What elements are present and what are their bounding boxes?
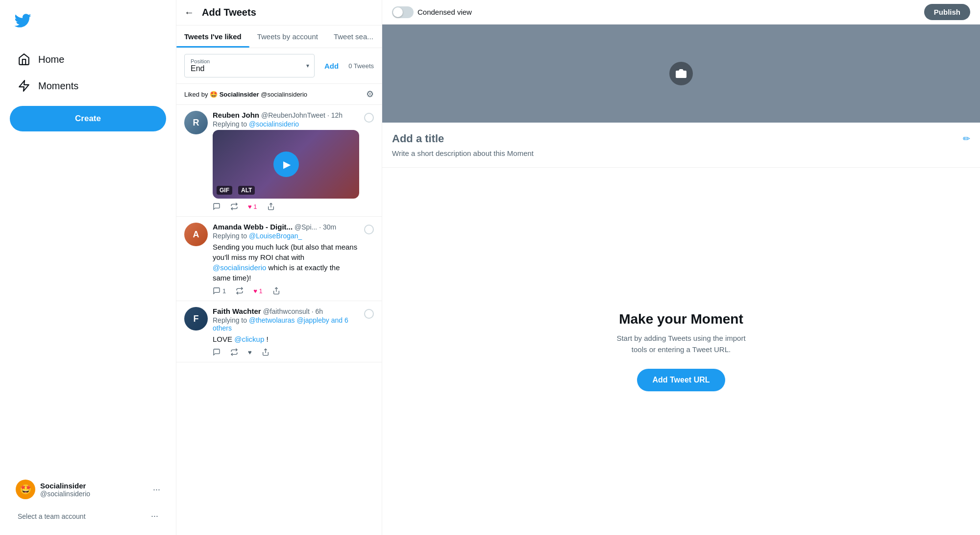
- camera-icon[interactable]: [669, 62, 693, 85]
- user-names: Socialinsider @socialinsiderio: [40, 482, 148, 498]
- tweet-media: GIF ALT: [213, 130, 359, 199]
- tweet-count: 0 Tweets: [348, 62, 374, 70]
- moment-editor-panel: Condensed view Publish Add a title ✏ Wri…: [382, 0, 980, 535]
- tweet-select-checkbox[interactable]: [364, 309, 374, 319]
- gif-badge: GIF: [217, 186, 232, 195]
- sidebar-item-home-label: Home: [38, 54, 64, 65]
- team-account-label: Select a team account: [18, 512, 86, 520]
- team-more-button[interactable]: ···: [151, 511, 158, 521]
- tweet-author-handle: @faithwconsult: [263, 307, 310, 315]
- title-description: Write a short description about this Mom…: [392, 149, 970, 157]
- toggle-switch[interactable]: [392, 6, 414, 18]
- tweet-avatar: F: [184, 307, 208, 331]
- tweet-text: LOVE @clickup !: [213, 334, 359, 344]
- share-action[interactable]: [262, 348, 270, 356]
- like-action[interactable]: ♥: [248, 349, 252, 356]
- tweet-time: · 12h: [327, 111, 343, 119]
- retweet-action[interactable]: [236, 287, 244, 295]
- moments-icon: [18, 79, 30, 92]
- tweet-author-handle: @ReubenJohnTweet: [261, 111, 325, 119]
- panel-title: Add Tweets: [202, 7, 256, 18]
- share-action[interactable]: [272, 287, 280, 295]
- sidebar-item-moments-label: Moments: [38, 80, 78, 92]
- filter-icon[interactable]: ⚙: [366, 89, 374, 100]
- tweet-avatar: A: [184, 223, 208, 246]
- twitter-bird-icon: [14, 12, 31, 29]
- alt-badge: ALT: [238, 186, 255, 195]
- tweet-author-name: Reuben John: [213, 111, 259, 119]
- add-tweets-panel: ← Add Tweets Tweets I've liked Tweets by…: [176, 0, 382, 535]
- tweet-reply: Replying to @socialinsiderio: [213, 120, 359, 128]
- tweet-select-checkbox[interactable]: [364, 113, 374, 123]
- avatar: 🤩: [16, 480, 35, 499]
- tweet-actions: ♥: [213, 348, 359, 356]
- title-row: Add a title ✏: [392, 132, 970, 145]
- add-title-text: Add a title: [392, 132, 444, 145]
- svg-marker-0: [19, 80, 29, 91]
- reply-link[interactable]: @thetwolauras @jappleby and 6 others: [213, 316, 348, 332]
- sidebar-navigation: Home Moments: [10, 47, 166, 98]
- tab-account[interactable]: Tweets by account: [249, 25, 326, 48]
- retweet-action[interactable]: [230, 348, 238, 356]
- cover-image-area: [382, 25, 980, 123]
- tweet-reply: Replying to @LouiseBrogan_: [213, 232, 359, 240]
- reply-action[interactable]: 1: [213, 287, 226, 295]
- share-action[interactable]: [267, 203, 275, 210]
- tweet-item: R Reuben John @ReubenJohnTweet · 12h Rep…: [176, 105, 382, 217]
- home-icon: [18, 53, 30, 66]
- position-label: Position: [191, 58, 308, 64]
- publish-button[interactable]: Publish: [924, 4, 970, 20]
- twitter-logo: [10, 8, 166, 35]
- tweet-actions: ♥ 1: [213, 203, 359, 210]
- filter-row: Liked by 🤩 Socialinsider @socialinsideri…: [176, 84, 382, 105]
- tweet-content: Faith Wachter @faithwconsult · 6h Replyi…: [213, 307, 359, 356]
- like-action[interactable]: ♥ 1: [253, 287, 263, 295]
- team-account-row[interactable]: Select a team account ···: [10, 505, 166, 527]
- condensed-view-toggle[interactable]: Condensed view: [392, 6, 472, 18]
- back-button[interactable]: ←: [184, 7, 194, 18]
- make-moment-title: Make your Moment: [619, 311, 743, 327]
- edit-icon[interactable]: ✏: [963, 133, 970, 144]
- sidebar-item-moments[interactable]: Moments: [10, 74, 166, 98]
- create-button[interactable]: Create: [10, 106, 166, 131]
- reply-link[interactable]: @socialinsiderio: [249, 120, 299, 128]
- toggle-knob: [393, 7, 403, 17]
- reply-action[interactable]: [213, 203, 220, 210]
- tweet-author-handle: @Spi...: [294, 223, 317, 231]
- user-more-button[interactable]: ···: [153, 484, 160, 495]
- make-moment-description: Start by adding Tweets using the import …: [612, 333, 750, 355]
- add-tweet-url-button[interactable]: Add Tweet URL: [637, 369, 725, 391]
- title-section: Add a title ✏ Write a short description …: [382, 123, 980, 168]
- tweet-reply: Replying to @thetwolauras @jappleby and …: [213, 316, 359, 332]
- tweet-content: Reuben John @ReubenJohnTweet · 12h Reply…: [213, 111, 359, 210]
- position-select[interactable]: Position End ▾: [184, 54, 315, 77]
- tweet-item: A Amanda Webb - Digit... @Spi... · 30m R…: [176, 217, 382, 301]
- tweet-time: · 6h: [312, 307, 323, 315]
- play-button[interactable]: [273, 152, 299, 177]
- avatar-emoji: 🤩: [20, 484, 32, 495]
- tab-liked[interactable]: Tweets I've liked: [176, 25, 249, 48]
- position-value: End: [191, 64, 308, 73]
- user-account-row[interactable]: 🤩 Socialinsider @socialinsiderio ···: [10, 474, 166, 505]
- sidebar-item-home[interactable]: Home: [10, 47, 166, 72]
- like-action[interactable]: ♥ 1: [248, 203, 257, 210]
- make-moment-section: Make your Moment Start by adding Tweets …: [382, 168, 980, 535]
- tweet-avatar: R: [184, 111, 208, 134]
- reply-action[interactable]: [213, 348, 220, 356]
- tab-search[interactable]: Tweet sea...: [326, 25, 381, 48]
- tweet-item: F Faith Wachter @faithwconsult · 6h Repl…: [176, 301, 382, 362]
- mention-link[interactable]: @clickup: [234, 335, 264, 343]
- sidebar-bottom: 🤩 Socialinsider @socialinsiderio ··· Sel…: [10, 474, 166, 527]
- tabs-row: Tweets I've liked Tweets by account Twee…: [176, 25, 382, 48]
- tweet-time: · 30m: [319, 223, 336, 231]
- add-button[interactable]: Add: [318, 58, 344, 74]
- tweet-actions: 1 ♥ 1: [213, 287, 359, 295]
- reply-link[interactable]: @LouiseBrogan_: [249, 232, 302, 240]
- filter-text: Liked by 🤩 Socialinsider @socialinsideri…: [184, 91, 307, 98]
- user-handle: @socialinsiderio: [40, 490, 148, 498]
- moment-header: Condensed view Publish: [382, 0, 980, 25]
- mention-link[interactable]: @socialinsiderio: [213, 263, 266, 272]
- retweet-action[interactable]: [230, 203, 238, 210]
- user-display-name: Socialinsider: [40, 482, 148, 490]
- tweet-select-checkbox[interactable]: [364, 225, 374, 234]
